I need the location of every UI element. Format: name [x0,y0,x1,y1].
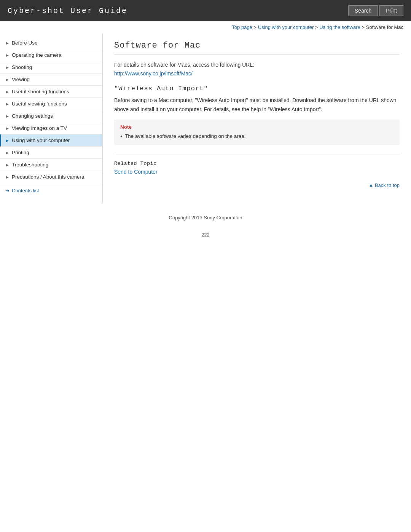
sidebar-item-operating[interactable]: ► Operating the camera [0,49,102,61]
sidebar-item-label: Operating the camera [12,52,62,58]
sidebar-item-label: Precautions / About this camera [12,174,84,180]
sidebar-item-label: Using with your computer [12,137,70,143]
arrow-icon: ► [5,53,10,58]
sidebar: ► Before Use ► Operating the camera ► Sh… [0,33,103,203]
sidebar-item-changing-settings[interactable]: ► Changing settings [0,110,102,122]
sidebar-item-label: Useful shooting functions [12,89,69,94]
breadcrumb: Top page > Using with your computer > Us… [0,21,411,33]
sidebar-item-shooting[interactable]: ► Shooting [0,61,102,73]
copyright-text: Copyright 2013 Sony Corporation [169,215,242,220]
sidebar-item-using-computer[interactable]: ► Using with your computer [0,134,102,147]
sidebar-item-useful-viewing[interactable]: ► Useful viewing functions [0,98,102,110]
sidebar-item-precautions[interactable]: ► Precautions / About this camera [0,171,102,183]
back-to-top-row: ▲ Back to top [114,182,400,188]
sidebar-item-label: Useful viewing functions [12,101,67,107]
page-title: Software for Mac [114,41,400,54]
arrow-icon: ► [5,114,10,118]
page-number: 222 [0,228,411,249]
sidebar-item-troubleshooting[interactable]: ► Troubleshooting [0,159,102,171]
sidebar-item-printing[interactable]: ► Printing [0,147,102,159]
sidebar-item-label: Troubleshooting [12,162,48,168]
note-label: Note [120,124,393,130]
arrow-icon: ► [5,138,10,143]
contents-list-link[interactable]: Contents list [12,188,39,193]
note-box: Note The available software varies depen… [114,120,400,145]
sidebar-item-label: Printing [12,150,29,155]
search-button[interactable]: Search [348,5,378,16]
footer: Copyright 2013 Sony Corporation [0,203,411,228]
breadcrumb-current: Software for Mac [366,24,403,30]
send-to-computer-link[interactable]: Send to Computer [114,169,158,175]
sidebar-item-label: Changing settings [12,113,53,119]
arrow-icon: ► [5,41,10,45]
sidebar-footer: ➔ Contents list [0,183,102,198]
arrow-icon: ► [5,65,10,70]
arrow-icon: ► [5,126,10,131]
section-title-wireless: "Wireless Auto Import" [114,85,400,92]
software-url-link[interactable]: http://www.sony.co.jp/imsoft/Mac/ [114,70,193,77]
arrow-icon: ► [5,102,10,106]
app-title: Cyber-shot User Guide [8,6,127,15]
intro-text: For details on software for Macs, access… [114,61,400,69]
back-to-top-icon: ▲ [369,182,373,188]
sidebar-item-label: Shooting [12,64,32,70]
arrow-icon: ► [5,175,10,179]
breadcrumb-computer-link[interactable]: Using with your computer [258,24,314,30]
breadcrumb-software-link[interactable]: Using the software [319,24,360,30]
sidebar-item-label: Viewing [12,77,30,82]
contents-arrow-icon: ➔ [5,188,10,193]
section-body-wireless: Before saving to a Mac computer, "Wirele… [114,96,400,114]
divider [114,153,400,153]
back-to-top-label: Back to top [375,182,400,188]
breadcrumb-top-link[interactable]: Top page [232,24,252,30]
sidebar-item-useful-shooting[interactable]: ► Useful shooting functions [0,86,102,98]
sidebar-item-label: Viewing images on a TV [12,125,67,131]
arrow-icon: ► [5,89,10,94]
main-content: Software for Mac For details on software… [103,33,411,203]
breadcrumb-sep1: > [253,24,258,30]
sidebar-item-label: Before Use [12,40,38,46]
sidebar-item-viewing[interactable]: ► Viewing [0,73,102,86]
note-item-text: The available software varies depending … [125,132,245,141]
header-buttons: Search Print [348,5,403,16]
note-item: The available software varies depending … [120,132,393,141]
print-button[interactable]: Print [379,5,403,16]
back-to-top-link[interactable]: ▲ Back to top [369,182,400,188]
breadcrumb-sep3: > [362,24,366,30]
sidebar-item-viewing-tv[interactable]: ► Viewing images on a TV [0,122,102,134]
breadcrumb-sep2: > [315,24,319,30]
page-layout: ► Before Use ► Operating the camera ► Sh… [0,33,411,203]
arrow-icon: ► [5,150,10,155]
related-topic-label: Related Topic [114,161,400,166]
arrow-icon: ► [5,77,10,82]
arrow-icon: ► [5,163,10,167]
sidebar-item-before-use[interactable]: ► Before Use [0,37,102,49]
header: Cyber-shot User Guide Search Print [0,0,411,21]
